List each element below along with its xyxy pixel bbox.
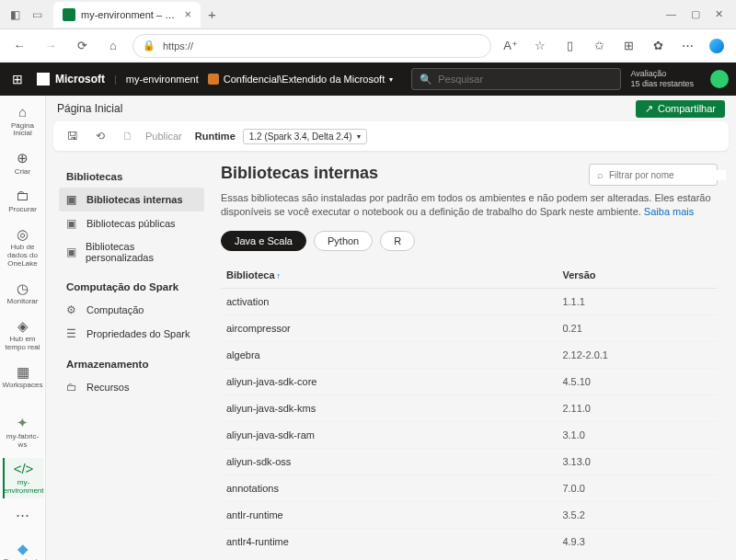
list-icon: ☰ (66, 327, 79, 340)
data-engineering-icon: ◆ (17, 542, 29, 557)
table-row[interactable]: aircompressor0.21 (221, 314, 718, 341)
sidebar-toggle-icon[interactable]: ◧ (4, 4, 26, 26)
nav-workspaces[interactable]: ▦Workspaces (3, 361, 43, 394)
discard-button: 🗋 (118, 126, 138, 146)
breadcrumb-text[interactable]: Página Inicial (57, 102, 122, 115)
favorites-bar-icon[interactable]: ✩ (587, 34, 611, 58)
language-pills: Java e Scala Python R (221, 231, 718, 251)
home-icon: ⌂ (18, 105, 27, 120)
cell-version: 1.1.1 (557, 288, 718, 314)
workspace-icon: ✦ (17, 416, 29, 431)
cell-library: aliyun-java-sdk-kms (221, 394, 557, 421)
main-area: Página Inicial ↗ Compartilhar 🖫 ⟲ 🗋 Publ… (46, 96, 736, 560)
user-avatar[interactable] (710, 70, 729, 88)
new-tab-icon[interactable]: + (208, 6, 216, 22)
sidebar-item-custom-libs[interactable]: ▣Bibliotecas personalizadas (59, 235, 204, 269)
sidebar-item-internal-libs[interactable]: ▣Bibliotecas internas (59, 188, 204, 211)
share-button[interactable]: ↗ Compartilhar (636, 100, 725, 118)
cell-version: 0.21 (557, 314, 718, 341)
microsoft-logo-icon (37, 73, 50, 86)
url-input[interactable]: 🔒 https:// (132, 34, 491, 58)
app-launcher-icon[interactable]: ⊞ (7, 69, 28, 89)
table-row[interactable]: aliyun-java-sdk-ram3.1.0 (221, 421, 718, 448)
pill-r[interactable]: R (380, 231, 415, 251)
copilot-icon[interactable] (705, 34, 729, 58)
cell-library: antlr4-runtime (221, 528, 557, 553)
lock-icon: 🔒 (143, 40, 155, 51)
nav-onelake-hub[interactable]: ◎Hub de dados do OneLake (3, 223, 43, 272)
sidebar-item-compute[interactable]: ⚙Computação (59, 298, 204, 322)
runtime-label: Runtime (195, 131, 236, 142)
home-button[interactable]: ⌂ (101, 34, 125, 58)
cell-version: 4.5.10 (557, 368, 718, 394)
table-row[interactable]: aliyun-java-sdk-kms2.11.0 (221, 394, 718, 421)
table-row[interactable]: aliyun-sdk-oss3.13.0 (221, 448, 718, 474)
nav-more[interactable]: ⋯ (3, 504, 43, 527)
chevron-down-icon: ▾ (389, 75, 393, 84)
environment-name[interactable]: my-environment (126, 74, 199, 85)
runtime-select[interactable]: 1.2 (Spark 3.4, Delta 2.4) ▾ (243, 129, 368, 144)
cell-version: 2.12-2.0.1 (557, 341, 718, 368)
search-input[interactable] (438, 74, 613, 85)
nav-environment[interactable]: </>my-environment (3, 458, 43, 498)
collections-icon[interactable]: ⊞ (616, 34, 640, 58)
tab-favicon-icon (63, 8, 75, 21)
split-icon[interactable]: ▯ (558, 34, 581, 58)
table-row[interactable]: aliyun-java-sdk-core4.5.10 (221, 368, 718, 394)
table-row[interactable]: activation1.1.1 (221, 288, 718, 314)
url-text: https:// (163, 40, 193, 51)
back-button[interactable]: ← (7, 34, 31, 58)
refresh-env-button[interactable]: ⟲ (90, 126, 110, 146)
extensions-icon[interactable]: ✿ (646, 34, 670, 58)
nav-fabric-workspace[interactable]: ✦my-fabric-ws (3, 412, 43, 452)
refresh-button[interactable]: ⟳ (70, 34, 94, 58)
folder-icon: 🗀 (66, 381, 79, 394)
content-panel: Bibliotecas internas ⌕ Essas bibliotecas… (210, 158, 729, 553)
filter-input[interactable] (609, 170, 726, 180)
brand-logo[interactable]: Microsoft (37, 73, 105, 86)
col-library[interactable]: Biblioteca↑ (221, 262, 557, 289)
sidebar-item-public-libs[interactable]: ▣Bibliotecas públicas (59, 211, 204, 235)
sensitivity-label[interactable]: Confidencial\Extendido da Microsoft ▾ (208, 74, 393, 85)
breadcrumb-bar: Página Inicial ↗ Compartilhar (46, 96, 736, 121)
cell-version: 3.13.0 (557, 448, 718, 474)
nav-create[interactable]: ⊕Criar (3, 147, 43, 179)
nav-monitor[interactable]: ◷Monitorar (3, 278, 43, 310)
table-row[interactable]: antlr-runtime3.5.2 (221, 501, 718, 528)
favorite-icon[interactable]: ☆ (528, 34, 552, 58)
sidebar-item-spark-props[interactable]: ☰Propriedades do Spark (59, 322, 204, 346)
close-icon[interactable]: ✕ (715, 8, 723, 20)
tab-close-icon[interactable]: × (184, 7, 191, 21)
table-row[interactable]: annotations7.0.0 (221, 474, 718, 501)
read-aloud-icon[interactable]: A⁺ (499, 34, 523, 58)
monitor-icon: ◷ (17, 281, 29, 297)
table-row[interactable]: algebra2.12-2.0.1 (221, 341, 718, 368)
nav-home[interactable]: ⌂Página Inicial (3, 101, 43, 142)
nav-realtime-hub[interactable]: ◈Hub em tempo real (3, 315, 43, 356)
minimize-icon[interactable]: — (666, 8, 676, 20)
pill-java-scala[interactable]: Java e Scala (221, 231, 306, 251)
book-icon: ▣ (66, 193, 79, 206)
col-version[interactable]: Versão (557, 262, 718, 289)
nav-persona[interactable]: ◆Engenharia de Dados (3, 538, 43, 560)
search-box[interactable]: 🔍 (411, 68, 621, 90)
more-icon[interactable]: ⋯ (675, 34, 699, 58)
shield-icon (208, 74, 219, 85)
ellipsis-icon: ⋯ (16, 508, 29, 523)
fabric-top-bar: ⊞ Microsoft | my-environment Confidencia… (0, 63, 736, 96)
table-row[interactable]: antlr4-runtime4.9.3 (221, 528, 718, 553)
filter-box[interactable]: ⌕ (589, 164, 718, 186)
learn-more-link[interactable]: Saiba mais (644, 206, 694, 217)
pill-python[interactable]: Python (314, 231, 373, 251)
save-button[interactable]: 🖫 (63, 126, 83, 146)
share-icon: ↗ (645, 103, 653, 115)
sidebar-item-resources[interactable]: 🗀Recursos (59, 375, 204, 399)
cell-library: algebra (221, 341, 557, 368)
trial-status: Avaliação 15 dias restantes (630, 69, 694, 89)
maximize-icon[interactable]: ▢ (691, 8, 700, 20)
book-icon: ▣ (66, 217, 79, 230)
browser-tab[interactable]: my-environment – Dados do Sy × (53, 2, 201, 28)
cell-version: 2.11.0 (557, 394, 718, 421)
tabs-icon[interactable]: ▭ (26, 4, 48, 26)
nav-browse[interactable]: 🗀Procurar (3, 185, 43, 217)
